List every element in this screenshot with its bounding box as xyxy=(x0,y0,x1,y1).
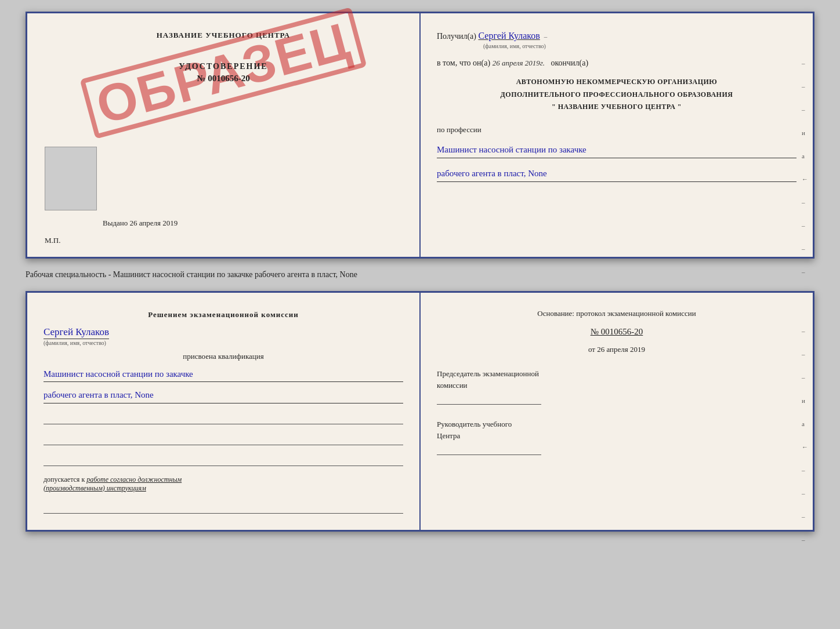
received-name: Сергей Кулаков xyxy=(478,31,540,41)
protocol-number: № 0010656-20 xyxy=(591,327,643,336)
top-document: НАЗВАНИЕ УЧЕБНОГО ЦЕНТРА ОБРАЗЕЦ УДОСТОВ… xyxy=(26,12,814,259)
допускается-text2: (производственным) инструкциям xyxy=(44,484,146,492)
middle-text: Рабочая специальность - Машинист насосно… xyxy=(26,268,814,282)
qual-value1: Машинист насосной станции по закачке xyxy=(44,367,403,383)
udost-number: № 0010656-20 xyxy=(179,74,267,83)
head-sig-line xyxy=(437,445,541,455)
blank-line-1 xyxy=(44,414,403,424)
udost-title: УДОСТОВЕРЕНИЕ xyxy=(179,62,267,71)
udostoverenie-block: УДОСТОВЕРЕНИЕ № 0010656-20 xyxy=(179,62,267,83)
date-value: 26 апреля 2019г. xyxy=(493,59,545,67)
top-doc-left: НАЗВАНИЕ УЧЕБНОГО ЦЕНТРА ОБРАЗЕЦ УДОСТОВ… xyxy=(27,13,421,257)
issued-date-value: 26 апреля 2019 xyxy=(130,219,178,227)
date-prefix: в том, что он(а) xyxy=(437,59,490,67)
date-line: в том, что он(а) 26 апреля 2019г. окончи… xyxy=(437,59,796,68)
issued-date: Выдано 26 апреля 2019 xyxy=(103,219,178,228)
protocol-number-block: № 0010656-20 xyxy=(437,326,796,337)
received-label: Получил(а) xyxy=(437,32,476,41)
date-postfix: окончил(а) xyxy=(551,59,588,67)
person-name: Сергей Кулаков xyxy=(44,326,109,339)
received-hint: (фамилия, имя, отчество) xyxy=(483,43,546,49)
допускается-text: работе согласно должностным xyxy=(86,475,182,483)
допускается-prefix: допускается к xyxy=(44,475,85,483)
bottom-document: Решением экзаменационной комиссии Сергей… xyxy=(26,291,814,532)
side-marks-bottom: – – – и а ← – – – – xyxy=(802,328,808,543)
blank-line-2 xyxy=(44,435,403,445)
org-line3: " НАЗВАНИЕ УЧЕБНОГО ЦЕНТРА " xyxy=(437,101,796,114)
received-line: Получил(а) Сергей Кулаков – (фамилия, им… xyxy=(437,31,796,50)
commission-title: Решением экзаменационной комиссии xyxy=(44,309,403,321)
head-block: Руководитель учебного Центра xyxy=(437,419,796,455)
blank-lines xyxy=(44,414,403,466)
protocol-date-block: от 26 апреля 2019 xyxy=(437,345,796,354)
side-marks: – – – и а ← – – – – xyxy=(802,60,808,275)
qual-assigned-label: присвоена квалификация xyxy=(44,352,403,361)
допускается-block: допускается к работе согласно должностны… xyxy=(44,475,403,493)
mp-label: М.П. xyxy=(45,236,60,245)
head-label: Руководитель учебного Центра xyxy=(437,419,796,441)
org-line1: АВТОНОМНУЮ НЕКОММЕРЧЕСКУЮ ОРГАНИЗАЦИЮ xyxy=(437,76,796,89)
chairman-sig-line xyxy=(437,394,541,405)
profession-value1: Машинист насосной станции по закачке xyxy=(437,143,796,158)
chairman-label: Председатель экзаменационной комиссии xyxy=(437,368,796,391)
middle-text-content: Рабочая специальность - Машинист насосно… xyxy=(26,270,357,279)
issued-label: Выдано xyxy=(103,219,128,227)
osnov-title: Основание: протокол экзаменационной коми… xyxy=(437,309,796,318)
org-line2: ДОПОЛНИТЕЛЬНОГО ПРОФЕССИОНАЛЬНОГО ОБРАЗО… xyxy=(437,89,796,101)
protocol-date-value: 26 апреля 2019 xyxy=(597,345,645,354)
top-doc-right: Получил(а) Сергей Кулаков – (фамилия, им… xyxy=(421,13,813,257)
chairman-block: Председатель экзаменационной комиссии xyxy=(437,368,796,405)
profession-label: по профессии xyxy=(437,125,796,134)
blank-line-4 xyxy=(44,503,403,514)
person-hint: (фамилия, имя, отчество) xyxy=(44,340,403,346)
qual-value2: рабочего агента в пласт, None xyxy=(44,388,403,403)
school-name-top: НАЗВАНИЕ УЧЕБНОГО ЦЕНТРА xyxy=(157,31,291,40)
profession-value2: рабочего агента в пласт, None xyxy=(437,166,796,182)
bottom-doc-left: Решением экзаменационной комиссии Сергей… xyxy=(27,293,421,530)
bottom-doc-right: Основание: протокол экзаменационной коми… xyxy=(421,293,813,530)
blank-line-3 xyxy=(44,456,403,466)
person-name-block: Сергей Кулаков (фамилия, имя, отчество) xyxy=(44,326,403,346)
protocol-date-prefix: от xyxy=(588,345,595,354)
photo-placeholder xyxy=(45,147,97,210)
org-block: АВТОНОМНУЮ НЕКОММЕРЧЕСКУЮ ОРГАНИЗАЦИЮ ДО… xyxy=(437,76,796,114)
